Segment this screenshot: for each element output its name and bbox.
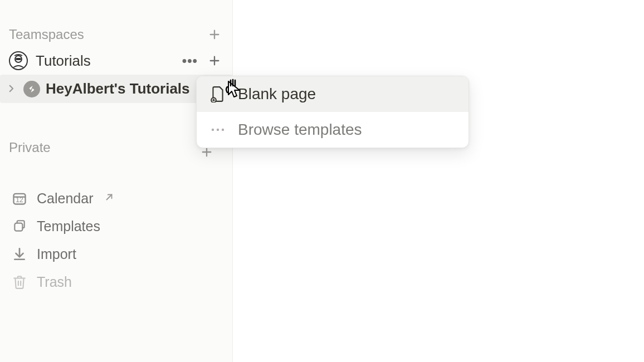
popup-blank-label: Blank page xyxy=(238,85,316,103)
plus-icon xyxy=(208,55,221,67)
popup-browse-label: Browse templates xyxy=(238,121,362,139)
workspace-add-button[interactable] xyxy=(206,52,223,70)
import-label: Import xyxy=(37,246,76,262)
svg-rect-11 xyxy=(14,223,22,231)
teamspaces-label: Teamspaces xyxy=(9,27,84,42)
plus-icon xyxy=(208,28,221,41)
private-label: Private xyxy=(9,140,51,155)
add-teamspace-button[interactable] xyxy=(206,26,223,43)
workspace-more-button[interactable]: ••• xyxy=(182,53,198,69)
popup-item-blank-page[interactable]: Blank page xyxy=(197,76,469,112)
external-link-icon xyxy=(104,191,114,206)
workspace-row-tutorials[interactable]: Tutorials ••• xyxy=(0,47,232,75)
page-name: HeyAlbert's Tutorials xyxy=(46,80,190,97)
svg-point-21 xyxy=(212,129,214,131)
import-icon xyxy=(11,246,28,262)
blank-page-icon xyxy=(209,85,227,103)
calendar-label: Calendar xyxy=(37,190,93,207)
trash-icon xyxy=(11,273,28,290)
teamspaces-header[interactable]: Teamspaces xyxy=(0,22,232,47)
popup-item-browse-templates[interactable]: Browse templates xyxy=(197,112,469,148)
svg-marker-7 xyxy=(31,88,35,92)
more-horizontal-icon xyxy=(209,121,227,139)
svg-point-22 xyxy=(217,129,219,131)
sidebar-item-trash[interactable]: Trash xyxy=(0,268,232,296)
svg-point-23 xyxy=(222,129,224,131)
svg-rect-3 xyxy=(16,58,21,60)
calendar-icon: 12 xyxy=(11,190,28,207)
trash-label: Trash xyxy=(37,274,72,290)
workspace-name: Tutorials xyxy=(36,52,91,70)
sidebar-item-import[interactable]: Import xyxy=(0,240,232,268)
sidebar: Teamspaces Tutorials ••• Hey xyxy=(0,0,233,362)
svg-line-10 xyxy=(107,195,112,200)
templates-icon xyxy=(11,218,28,234)
compass-icon xyxy=(23,81,40,97)
svg-marker-6 xyxy=(30,86,33,90)
calendar-day: 12 xyxy=(16,196,23,204)
workspace-avatar-icon xyxy=(9,51,28,70)
sidebar-item-templates[interactable]: Templates xyxy=(0,212,232,240)
new-page-popup: Blank page Browse templates xyxy=(196,76,469,148)
sidebar-bottom-list: 12 Calendar Templates Import Trash xyxy=(0,184,232,296)
chevron-right-icon[interactable] xyxy=(4,80,18,97)
sidebar-item-calendar[interactable]: 12 Calendar xyxy=(0,184,232,212)
templates-label: Templates xyxy=(37,218,100,234)
